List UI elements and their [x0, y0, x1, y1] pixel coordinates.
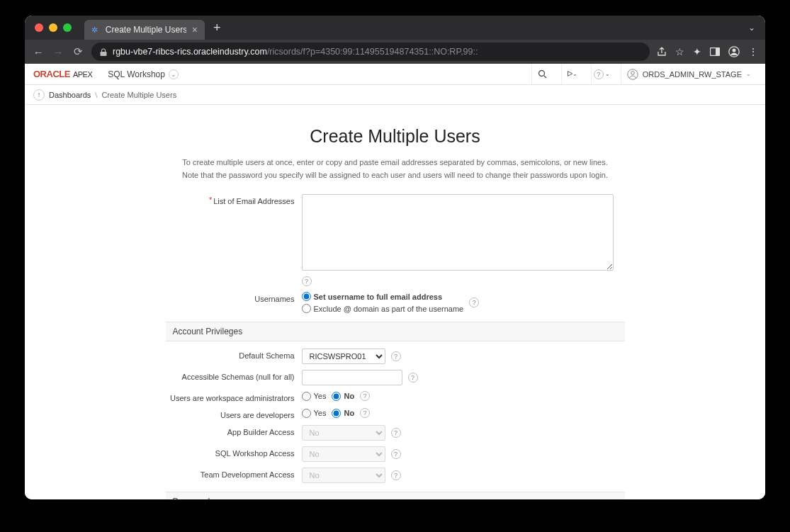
window-minimize[interactable]	[49, 23, 57, 32]
breadcrumb-home[interactable]: Dashboards	[49, 91, 91, 99]
nav-reload-icon[interactable]: ⟳	[72, 45, 84, 58]
content: Create Multiple Users To create multiple…	[25, 105, 765, 499]
label-team-dev: Team Development Access	[201, 470, 295, 479]
label-accessible-schemas: Accessible Schemas (null for all)	[182, 373, 295, 381]
section-privileges-header: Account Privileges	[166, 322, 625, 341]
label-developers: Users are developers	[220, 411, 295, 419]
traffic-lights	[35, 23, 72, 32]
nav-forward-icon[interactable]: →	[52, 46, 64, 58]
label-email-list: List of Email Addresses	[213, 197, 294, 205]
header-search-icon[interactable]	[531, 64, 553, 84]
team-dev-select: No	[302, 468, 385, 483]
sql-workshop-select: No	[302, 446, 385, 462]
help-app-builder[interactable]: ?	[391, 428, 401, 438]
accessible-schemas-input[interactable]	[302, 370, 402, 385]
browser-window: ✲ Create Multiple Users × + ⌄ ← → ⟳ rgbu…	[25, 16, 765, 499]
developer-yes[interactable]: Yes	[302, 409, 327, 418]
label-app-builder: App Builder Access	[227, 428, 295, 436]
menu-icon[interactable]: ⋮	[748, 46, 758, 57]
ws-admin-no[interactable]: No	[332, 392, 354, 401]
window-zoom[interactable]	[63, 23, 72, 32]
lock-icon	[100, 48, 107, 56]
section-password-header: Password	[166, 492, 625, 499]
developer-no[interactable]: No	[332, 409, 354, 418]
tab-close-icon[interactable]: ×	[192, 24, 198, 35]
help-sql-workshop[interactable]: ?	[391, 449, 401, 459]
label-sql-workshop: SQL Workshop Access	[215, 449, 295, 458]
header-user[interactable]: ORDS_ADMIN_RW_STAGE ⌄	[621, 64, 757, 84]
ws-admin-yes[interactable]: Yes	[302, 392, 327, 401]
intro-text: To create multiple users at once, enter …	[25, 157, 765, 181]
help-team-dev[interactable]: ?	[391, 470, 401, 480]
svg-rect-1	[716, 48, 719, 55]
app-viewport: ORACLE APEX SQL Workshop ⌄ ᐅ⌄ ?⌄ ORDS_AD…	[25, 64, 765, 499]
menu-sql-workshop[interactable]: SQL Workshop ⌄	[101, 67, 186, 82]
form-main: *List of Email Addresses ? Usernames Set…	[166, 194, 625, 313]
browser-tab[interactable]: ✲ Create Multiple Users ×	[84, 20, 205, 40]
section-privileges: Default Schema RICSWSPRO01 ? Accessible …	[166, 349, 625, 483]
help-ws-admins[interactable]: ?	[360, 391, 370, 401]
url-text: rgbu-vbe7-ribcs-rics.oracleindustry.com/…	[113, 47, 478, 57]
header-help-icon[interactable]: ?⌄	[591, 64, 612, 84]
help-accessible-schemas[interactable]: ?	[408, 373, 418, 383]
label-usernames: Usernames	[254, 295, 294, 303]
svg-point-4	[538, 71, 544, 77]
help-usernames[interactable]: ?	[469, 298, 479, 307]
new-tab-button[interactable]: +	[213, 21, 221, 35]
breadcrumb: ↑ Dashboards \ Create Multiple Users	[25, 85, 765, 105]
user-icon	[627, 69, 638, 80]
nav-back-icon[interactable]: ←	[32, 46, 45, 58]
app-header: ORACLE APEX SQL Workshop ⌄ ᐅ⌄ ?⌄ ORDS_AD…	[25, 64, 765, 85]
label-default-schema: Default Schema	[239, 351, 294, 360]
label-ws-admins: Users are workspace administrators	[170, 394, 294, 402]
titlebar: ✲ Create Multiple Users × + ⌄	[25, 16, 765, 40]
svg-point-3	[733, 49, 736, 52]
breadcrumb-up-icon[interactable]: ↑	[33, 89, 45, 101]
tab-favicon-icon: ✲	[90, 25, 100, 35]
page-title: Create Multiple Users	[25, 126, 765, 147]
username-option-full[interactable]: Set username to full email address	[302, 292, 464, 301]
chevron-down-icon: ⌄	[169, 69, 179, 79]
help-email-list[interactable]: ?	[302, 276, 312, 286]
window-close[interactable]	[35, 23, 43, 32]
tabs-overflow-icon[interactable]: ⌄	[748, 23, 755, 33]
email-list-textarea[interactable]	[302, 194, 614, 271]
header-admin-icon[interactable]: ᐅ⌄	[561, 64, 582, 84]
oracle-apex-logo[interactable]: ORACLE APEX	[33, 69, 92, 79]
svg-point-7	[631, 71, 635, 74]
breadcrumb-current: Create Multiple Users	[101, 91, 176, 99]
profile-icon[interactable]	[728, 46, 740, 57]
toolbar-right: ☆ ✦ ⋮	[657, 46, 758, 57]
tab-title: Create Multiple Users	[106, 25, 186, 35]
bookmark-icon[interactable]: ☆	[675, 46, 684, 57]
username-option-exclude[interactable]: Exclude @ domain as part of the username	[302, 304, 464, 313]
svg-line-5	[544, 76, 546, 78]
default-schema-select[interactable]: RICSWSPRO01	[302, 349, 385, 364]
extensions-icon[interactable]: ✦	[693, 46, 701, 57]
help-default-schema[interactable]: ?	[391, 351, 401, 361]
toolbar: ← → ⟳ rgbu-vbe7-ribcs-rics.oracleindustr…	[25, 40, 765, 64]
app-builder-select: No	[302, 425, 385, 441]
address-bar[interactable]: rgbu-vbe7-ribcs-rics.oracleindustry.com/…	[91, 43, 650, 61]
help-developers[interactable]: ?	[360, 408, 370, 418]
panel-icon[interactable]	[710, 47, 720, 56]
share-icon[interactable]	[657, 47, 667, 57]
